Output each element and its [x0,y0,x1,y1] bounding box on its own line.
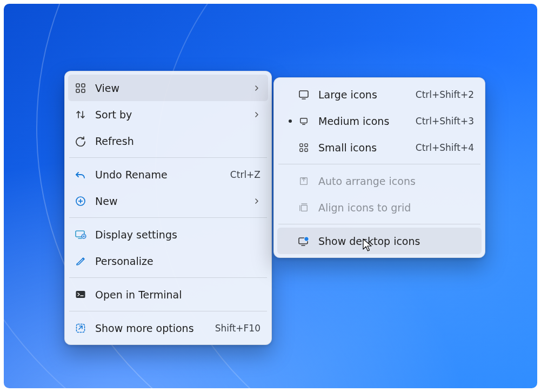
menu-item-label: Undo Rename [95,169,168,181]
menu-item-shortcut: Ctrl+Shift+3 [416,116,474,127]
menu-item-show-more-options[interactable]: Show more options Shift+F10 [68,315,268,341]
auto-arrange-icon [298,175,310,187]
menu-item-shortcut: Ctrl+Shift+4 [416,142,474,153]
menu-item-label: Small icons [318,142,377,154]
svg-rect-24 [305,148,308,151]
submenu-item-show-desktop-icons[interactable]: Show desktop icons [277,228,482,254]
menu-item-shortcut: Ctrl+Shift+2 [416,89,474,100]
desktop-context-menu: View Sort by [64,71,272,345]
sort-icon [75,109,86,121]
menu-separator [69,277,267,278]
menu-separator [278,164,480,164]
svg-point-12 [83,235,85,237]
svg-rect-19 [300,118,307,123]
menu-item-refresh[interactable]: Refresh [68,128,268,154]
undo-icon [75,169,86,181]
menu-item-view[interactable]: View [68,75,268,101]
svg-rect-22 [305,143,308,146]
menu-item-shortcut: Ctrl+Z [230,169,261,180]
align-grid-icon [298,202,310,214]
refresh-icon [75,135,86,147]
menu-item-label: Open in Terminal [95,289,182,301]
menu-separator [69,217,267,218]
medium-icons-icon [298,115,310,127]
svg-rect-0 [76,84,79,87]
submenu-item-large-icons[interactable]: Large icons Ctrl+Shift+2 [277,81,482,108]
display-settings-icon [75,229,86,241]
desktop-wallpaper[interactable]: View Sort by [4,4,537,388]
menu-item-undo-rename[interactable]: Undo Rename Ctrl+Z [68,161,268,188]
menu-item-label: Large icons [318,89,377,101]
submenu-item-medium-icons[interactable]: Medium icons Ctrl+Shift+3 [277,108,482,134]
menu-separator [69,311,267,311]
view-grid-icon [75,82,86,94]
menu-item-label: Medium icons [318,115,389,127]
menu-item-label: Align icons to grid [318,202,411,214]
svg-rect-13 [76,291,85,298]
menu-item-open-in-terminal[interactable]: Open in Terminal [68,281,268,308]
submenu-item-auto-arrange[interactable]: Auto arrange icons [277,168,482,194]
menu-item-label: Show more options [95,322,194,334]
svg-rect-23 [300,148,303,151]
svg-line-16 [79,326,82,329]
menu-item-new[interactable]: New [68,188,268,214]
svg-rect-17 [299,91,308,97]
menu-item-label: Sort by [95,109,132,121]
submenu-item-small-icons[interactable]: Small icons Ctrl+Shift+4 [277,134,482,161]
small-icons-icon [298,142,310,154]
terminal-icon [75,289,86,301]
personalize-icon [75,255,86,267]
menu-item-shortcut: Shift+F10 [215,323,261,334]
svg-rect-2 [76,89,79,92]
menu-item-label: Auto arrange icons [318,175,416,187]
menu-item-label: Personalize [95,255,153,267]
chevron-right-icon [253,197,261,205]
menu-item-label: Show desktop icons [318,235,420,247]
menu-item-label: New [95,195,117,207]
submenu-item-align-to-grid[interactable]: Align icons to grid [277,194,482,221]
svg-rect-1 [82,84,85,87]
svg-rect-27 [302,205,308,211]
menu-item-label: View [95,82,119,94]
show-desktop-icons-icon [298,235,310,247]
menu-separator [278,224,480,224]
svg-rect-21 [300,143,303,146]
chevron-right-icon [253,111,261,118]
screenshot-frame: View Sort by [0,0,541,392]
show-more-options-icon [75,322,86,334]
radio-indicator-selected [284,119,297,123]
chevron-right-icon [253,84,261,92]
menu-item-display-settings[interactable]: Display settings [68,221,268,248]
view-submenu: Large icons Ctrl+Shift+2 Medium icons Ct… [273,77,485,258]
new-icon [75,195,86,207]
large-icons-icon [298,89,310,101]
svg-rect-3 [82,89,85,92]
menu-item-sort-by[interactable]: Sort by [68,101,268,128]
menu-separator [69,157,267,158]
menu-item-label: Refresh [95,135,134,147]
menu-item-personalize[interactable]: Personalize [68,248,268,274]
menu-item-label: Display settings [95,229,177,241]
